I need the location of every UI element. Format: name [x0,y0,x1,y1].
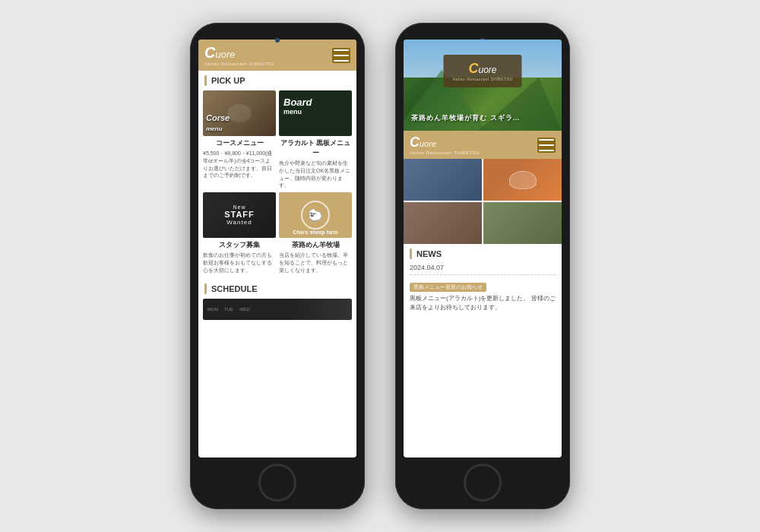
hamburger-button-left[interactable] [332,48,350,63]
logo-c-left: C [204,44,215,62]
board-card[interactable]: Board menu アラカルト 黒板メニュー 魚介や野菜など旬の素材を生かした… [279,90,352,189]
interior-image [404,202,482,244]
news-title: NEWS [410,249,556,259]
news-body: 黒板メニュー(アラカルト)を更新しました。 皆様のご来店をよりお待ちしております… [410,294,556,312]
charo-emblem: 🐑 [301,201,330,230]
corse-img-label: Corsemenu [206,113,230,133]
pickup-section-title: PICK UP [198,71,356,90]
news-divider [410,274,556,275]
schedule-label: SCHEDULE [211,284,258,293]
board-img-label: Board menu [283,97,312,116]
right-image-grid [404,159,562,244]
charo-card-img: 🐑 Charo sheep farm [279,192,352,238]
charo-desc: 当店を紹介している牧場。羊を知ることで、料理がもっと楽しくなります。 [279,252,352,274]
left-header: C uore Italian Restaurant SHIBETSU [198,40,356,71]
logo-c-right: C [410,135,420,150]
schedule-bar: MON TUE WED [203,299,352,320]
schedule-section: MON TUE WED [198,299,356,320]
day-mon: MON [207,307,218,312]
logo-name-left: uore [215,49,235,60]
news-date: 2024.04.07 [410,264,556,271]
left-logo: C uore Italian Restaurant SHIBETSU [204,44,274,66]
day-tue: TUE [224,307,233,312]
pickup-grid: Corsemenu コースメニュー ¥5,500・¥8,800・¥11,000(… [198,90,356,274]
hero-logo-c: C [468,61,478,77]
board-card-img: Board menu [279,90,352,136]
staff-title: スタッフ募集 [203,240,276,250]
corse-card-img: Corsemenu [203,90,276,136]
food-image [483,159,562,201]
corse-card[interactable]: Corsemenu コースメニュー ¥5,500・¥8,800・¥11,000(… [203,90,276,189]
day-wed: WED [239,307,250,312]
news-badge: 黒板メニュー更新のお知らせ [410,283,486,292]
logo-subtitle-right: Italian Restaurant SHIBETSU [410,150,480,155]
right-logo: C uore Italian Restaurant SHIBETSU [410,135,480,155]
hero-overlay-text: 茶路めん羊牧場が育む スギラ… [411,113,521,123]
schedule-section-title: SCHEDULE [198,279,356,299]
corse-desc: ¥5,500・¥8,800・¥11,000(通常orオール羊)の全4コースよりお… [203,150,276,179]
charo-title: 茶路めん羊牧場 [279,240,352,250]
right-header: C uore Italian Restaurant SHIBETSU [404,131,562,159]
left-phone-screen: C uore Italian Restaurant SHIBETSU PICK … [198,40,356,458]
hero-logo-name: uore [478,65,496,75]
hero-logo-overlay: C uore Italian Restaurant SHIBETSU [443,55,521,87]
farm-image [483,202,562,244]
right-phone-screen: C uore Italian Restaurant SHIBETSU 茶路めん羊… [404,40,562,458]
news-section: NEWS 2024.04.07 黒板メニュー更新のお知らせ 黒板メニュー(アラカ… [404,244,562,317]
right-phone: C uore Italian Restaurant SHIBETSU 茶路めん羊… [395,23,570,509]
hamburger-button-right[interactable] [537,138,556,153]
logo-subtitle-left: Italian Restaurant SHIBETSU [204,62,274,66]
staff-desc: 飲食のお仕事が初めての方も歓迎お客様をおもてなしする心を大切にします。 [203,252,276,274]
house-image [404,159,482,201]
pickup-label: PICK UP [211,76,245,85]
food-bowl-visual [509,171,537,189]
news-label: NEWS [416,249,442,258]
board-desc: 魚介や野菜など旬の素材を生かした当日注文OK名黒板メニュー。随時内容が変わります… [279,160,352,189]
staff-card-img: New STAFF Wanted [203,192,276,238]
staff-img-label: New STAFF Wanted [224,204,255,226]
hero-image: C uore Italian Restaurant SHIBETSU 茶路めん羊… [404,40,562,131]
left-phone: C uore Italian Restaurant SHIBETSU PICK … [190,23,365,509]
logo-name-right: uore [420,139,436,148]
charo-card[interactable]: 🐑 Charo sheep farm 茶路めん羊牧場 当店を紹介している牧場。羊… [279,192,352,274]
board-title: アラカルト 黒板メニュー [279,138,352,158]
staff-card[interactable]: New STAFF Wanted スタッフ募集 飲食のお仕事が初めての方も歓迎お… [203,192,276,274]
corse-title: コースメニュー [203,138,276,148]
hero-logo-subtitle: Italian Restaurant SHIBETSU [452,77,512,81]
sheep-icon: 🐑 [308,208,323,223]
charo-img-label: Charo sheep farm [279,230,352,235]
